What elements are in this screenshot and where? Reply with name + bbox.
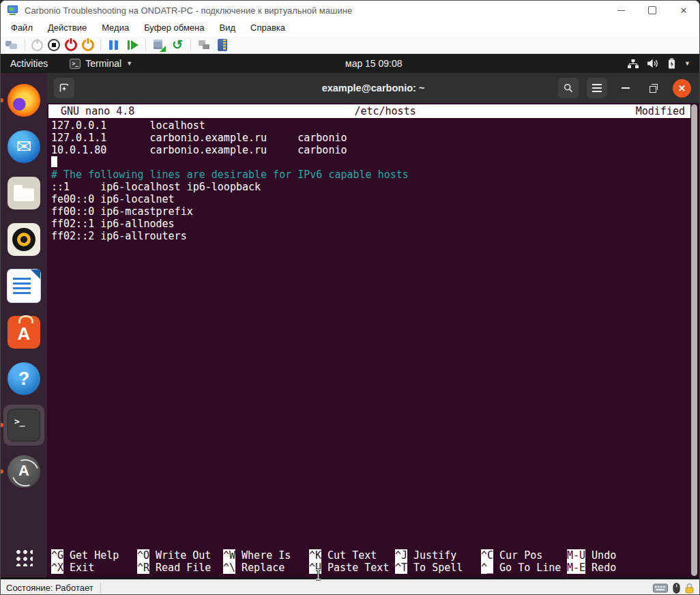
nano-version: GNU nano 4.8 [61, 105, 134, 117]
shortcut-key: ^J [395, 549, 407, 562]
libreoffice-writer-icon [8, 270, 40, 302]
save-icon[interactable] [82, 39, 94, 51]
nano-shortcut-bar: ^GGet Help^OWrite Out^WWhere Is^KCut Tex… [51, 549, 690, 574]
activities-button[interactable]: Activities [1, 54, 57, 73]
nano-line: fe00::0 ip6-localnet [51, 193, 699, 205]
shortcut-undo[interactable]: M-UUndo [567, 549, 653, 562]
menu-help[interactable]: Справка [243, 20, 293, 36]
checkpoint-icon[interactable] [152, 38, 166, 52]
toolbar-separator [25, 39, 25, 51]
nano-line: 10.0.1.80 carbonio.example.ru carbonio [51, 144, 699, 156]
shortcut-label: Write Out [156, 549, 211, 562]
shortcut-go-to-line[interactable]: ^_Go To Line [481, 562, 567, 574]
search-button[interactable] [558, 78, 579, 98]
shortcut-label: Justify [413, 549, 456, 562]
system-tray[interactable]: ▼ [628, 58, 699, 69]
turn-off-icon[interactable] [48, 39, 60, 51]
close-button[interactable]: ✕ [668, 1, 699, 20]
dock-item-files[interactable] [8, 177, 40, 209]
shutdown-icon[interactable] [65, 39, 77, 51]
ctrl-alt-del-icon[interactable] [5, 38, 18, 52]
dock-item-software-updater[interactable] [8, 455, 40, 488]
shortcut-where-is[interactable]: ^WWhere Is [223, 549, 309, 562]
volume-icon [647, 59, 659, 68]
terminal-scrollbar[interactable] [691, 104, 697, 576]
enhanced-session-icon[interactable] [218, 39, 227, 51]
menu-clipboard[interactable]: Буфер обмена [136, 20, 212, 36]
window-titlebar: Carbonio Troubleshooting на ONDATR-PC - … [1, 1, 699, 20]
running-indicator [0, 423, 3, 427]
terminal-minimize-button[interactable] [615, 78, 636, 98]
clock[interactable]: мар 15 09:08 [345, 54, 403, 73]
menu-action[interactable]: Действие [40, 20, 94, 36]
window-title: Carbonio Troubleshooting на ONDATR-PC - … [25, 5, 352, 16]
dock [1, 73, 47, 577]
chevron-down-icon: ▼ [126, 60, 132, 67]
dock-item-firefox[interactable] [8, 84, 40, 117]
shortcut-paste-text[interactable]: ^UPaste Text [309, 562, 395, 574]
nano-line: 127.0.1.1 carbonio.example.ru carbonio [51, 132, 699, 144]
shortcut-key: ^_ [481, 562, 493, 574]
hamburger-icon [592, 84, 602, 92]
menu-bar: ФайлДействиеМедиаБуфер обменаВидСправка [1, 20, 699, 36]
pause-icon[interactable] [107, 38, 121, 52]
terminal-restore-button[interactable] [644, 78, 665, 98]
nano-line: ff02::2 ip6-allrouters [51, 230, 699, 242]
shortcut-redo[interactable]: M-ERedo [567, 562, 653, 574]
menu-file[interactable]: Файл [3, 20, 40, 36]
shortcut-label: Where Is [242, 549, 291, 562]
shortcut-row: ^XExit^RRead File^\Replace^UPaste Text^T… [51, 562, 690, 574]
show-applications-button[interactable] [15, 549, 33, 566]
menu-media[interactable]: Медиа [94, 20, 136, 36]
shortcut-cut-text[interactable]: ^KCut Text [309, 549, 395, 562]
keyboard-capture-icon [653, 583, 668, 593]
shortcut-label: Undo [592, 549, 616, 562]
app-menu[interactable]: >_ Terminal ▼ [70, 58, 132, 69]
dock-item-ubuntu-software[interactable] [8, 316, 40, 349]
shortcut-key: ^U [309, 562, 321, 574]
terminal-headerbar[interactable]: example@carbonio: ~ [47, 73, 699, 103]
dock-item-terminal[interactable] [8, 409, 40, 441]
shortcut-key: ^W [223, 549, 235, 562]
network-icon[interactable] [197, 38, 211, 52]
shortcut-label: Exit [70, 562, 94, 574]
running-indicator [0, 98, 3, 102]
maximize-button[interactable] [637, 1, 668, 20]
shortcut-exit[interactable]: ^XExit [51, 562, 137, 574]
vm-display: Activities >_ Terminal ▼ мар 15 09:08 [1, 54, 699, 577]
text-cursor [51, 156, 57, 167]
terminal-close-button[interactable]: ✕ [673, 79, 691, 98]
software-updater-icon [8, 455, 40, 488]
vm-state-label: Состояние: Работает [6, 583, 93, 593]
terminal-screen[interactable]: GNU nano 4.8 /etc/hosts Modified 127.0.0… [47, 103, 699, 577]
shortcut-replace[interactable]: ^\Replace [223, 562, 309, 574]
menu-button[interactable] [587, 78, 607, 98]
mouse-capture-icon [673, 583, 680, 594]
nano-titlebar: GNU nano 4.8 /etc/hosts Modified [48, 104, 690, 118]
shortcut-read-file[interactable]: ^RRead File [137, 562, 223, 574]
nano-line [51, 156, 699, 169]
start-icon[interactable] [31, 40, 43, 51]
shortcut-key: ^T [395, 562, 407, 574]
shortcut-label: To Spell [413, 562, 463, 574]
shortcut-get-help[interactable]: ^GGet Help [51, 549, 137, 562]
dock-item-rhythmbox[interactable] [8, 223, 40, 256]
dock-item-thunderbird[interactable] [8, 130, 40, 163]
revert-icon[interactable] [171, 38, 184, 52]
new-tab-button[interactable] [54, 78, 74, 98]
toolbar [1, 36, 699, 54]
rhythmbox-icon [8, 223, 40, 256]
shortcut-cur-pos[interactable]: ^CCur Pos [481, 549, 567, 562]
dock-item-help[interactable] [8, 362, 40, 395]
toolbar-separator [100, 39, 101, 51]
shortcut-label: Redo [592, 562, 616, 574]
shortcut-to-spell[interactable]: ^TTo Spell [395, 562, 481, 574]
dock-item-libreoffice-writer[interactable] [8, 270, 40, 302]
reset-icon[interactable] [126, 38, 139, 52]
shortcut-justify[interactable]: ^JJustify [395, 549, 481, 562]
menu-view[interactable]: Вид [212, 20, 243, 36]
running-indicator [0, 469, 3, 474]
minimize-button[interactable] [605, 1, 637, 20]
help-icon [8, 362, 40, 395]
shortcut-write-out[interactable]: ^OWrite Out [137, 549, 223, 562]
